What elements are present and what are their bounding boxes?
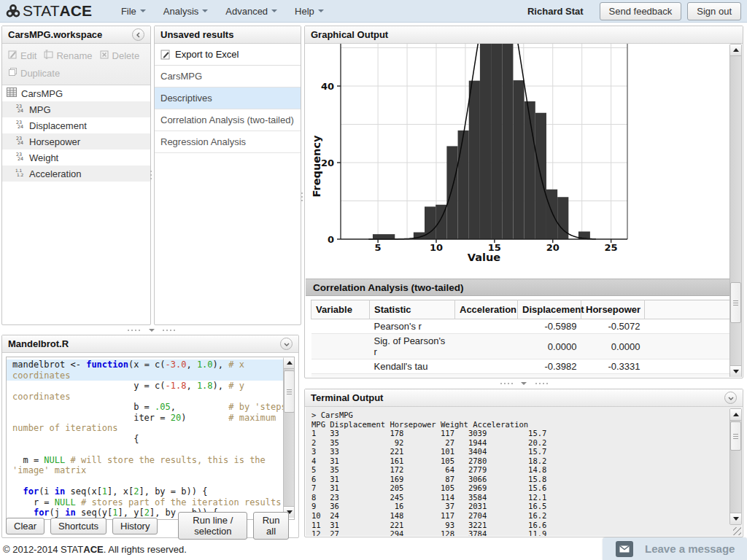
- tool-label: Edit: [20, 50, 36, 61]
- graphical-output-body: 51015202502040ValueFrequency Correlation…: [306, 44, 742, 377]
- correlation-section: Correlation Analysis (two-tailed) Variab…: [306, 279, 729, 377]
- tool-label: Duplicate: [20, 68, 60, 79]
- rename-icon: [44, 50, 56, 61]
- topbar: STATACE FileAnalysisAdvancedHelp Richard…: [0, 0, 747, 23]
- shortcuts-button[interactable]: Shortcuts: [50, 518, 107, 534]
- left-vertical-splitter[interactable]: [149, 164, 153, 186]
- chat-widget[interactable]: Leave a message: [603, 537, 747, 560]
- variable-icon: 2324: [15, 120, 29, 131]
- editor-scrollbar-thumb[interactable]: [284, 370, 295, 413]
- rename-button[interactable]: Rename: [42, 47, 98, 64]
- editor-scrollbar[interactable]: [283, 357, 294, 518]
- variable-icon: 2324: [15, 152, 29, 163]
- collapse-terminal-button[interactable]: [724, 392, 737, 404]
- code-line: [12, 476, 290, 487]
- svg-text:5: 5: [375, 242, 382, 253]
- menu-label: Analysis: [163, 6, 198, 17]
- left-horizontal-splitter[interactable]: [1, 327, 301, 334]
- svg-text:20: 20: [546, 242, 560, 253]
- logo-text-stat: STAT: [23, 2, 60, 20]
- scroll-up-button[interactable]: [730, 44, 741, 56]
- tool-label: Rename: [56, 50, 92, 61]
- scroll-down-button[interactable]: [730, 513, 741, 524]
- svg-text:24: 24: [18, 156, 23, 161]
- svg-text:24: 24: [18, 140, 23, 145]
- tree-item-label: Horsepower: [29, 136, 80, 147]
- send-feedback-button[interactable]: Send feedback: [600, 2, 682, 20]
- app-logo[interactable]: STATACE: [6, 2, 92, 20]
- chevron-down-icon: [318, 9, 324, 12]
- graphical-output-panel: Graphical Output 51015202502040ValueFreq…: [304, 26, 743, 378]
- run-all-button[interactable]: Run all: [253, 512, 289, 540]
- code-line: [12, 444, 290, 455]
- terminal-scrollbar-thumb[interactable]: [730, 421, 741, 451]
- editor-title: Mandelbrot.R: [8, 338, 69, 349]
- menu-file[interactable]: File: [112, 2, 155, 20]
- terminal-body[interactable]: > CarsMPG MPG Displacement Horsepower We…: [306, 407, 742, 536]
- delete-icon: [100, 50, 112, 61]
- menu-analysis[interactable]: Analysis: [155, 2, 217, 20]
- terminal-scrollbar[interactable]: [729, 408, 742, 525]
- corr-row: AccelerationSig. of Kendall's tau0.00000…: [311, 374, 732, 378]
- collapse-left-button[interactable]: [132, 28, 144, 41]
- code-line: m = NULL # will store the results, this …: [12, 455, 290, 466]
- code-line: b = .05, # by 'steps': [12, 402, 290, 413]
- result-item-regression-analysis[interactable]: Regression Analysis: [155, 131, 301, 153]
- code-line: {: [12, 434, 290, 445]
- scroll-down-button[interactable]: [730, 365, 741, 377]
- edit-button[interactable]: Edit: [7, 47, 42, 64]
- menu-advanced[interactable]: Advanced: [217, 2, 286, 20]
- workspace-panel-header: CarsMPG.workspace: [2, 26, 150, 44]
- chevron-left-icon: [136, 32, 142, 38]
- results-list: CarsMPGDescriptivesCorrelation Analysis …: [155, 66, 301, 153]
- delete-button[interactable]: Delete: [98, 47, 146, 64]
- tool-label: Delete: [112, 50, 140, 61]
- variable-icon: 2324: [15, 104, 29, 115]
- correlation-section-header: Correlation Analysis (two-tailed): [306, 279, 729, 296]
- corr-col-header: Statistic: [370, 300, 455, 319]
- dataset-icon: [7, 88, 21, 99]
- run-line-button[interactable]: Run line / selection: [178, 512, 247, 540]
- workspace-toolbar: EditRenameDeleteDuplicate: [2, 44, 150, 85]
- variable-icon: 2324: [15, 136, 29, 147]
- histogram-chart: 51015202502040ValueFrequency: [306, 44, 727, 271]
- output-scrollbar-thumb[interactable]: [730, 282, 741, 323]
- right-horizontal-splitter[interactable]: [304, 380, 743, 387]
- tree-item-weight[interactable]: 2324Weight: [2, 149, 150, 166]
- export-to-excel-button[interactable]: Export to Excel: [155, 44, 301, 66]
- sign-out-button[interactable]: Sign out: [687, 2, 741, 20]
- svg-text:1.2: 1.2: [17, 173, 24, 177]
- result-item-carsmpg[interactable]: CarsMPG: [155, 66, 301, 88]
- tree-item-carsmpg[interactable]: CarsMPG: [2, 85, 150, 101]
- editor-panel-header: Mandelbrot.R: [2, 335, 298, 353]
- tree-item-displacement[interactable]: 2324Displacement: [2, 117, 150, 133]
- scroll-up-button[interactable]: [284, 357, 295, 369]
- tree-item-mpg[interactable]: 2324MPG: [2, 101, 150, 117]
- duplicate-button[interactable]: Duplicate: [7, 64, 66, 82]
- menu-help[interactable]: Help: [286, 2, 333, 20]
- chevron-down-icon: [284, 341, 290, 347]
- code-editor[interactable]: mandelbrot <- function(x = c(-3.0, 1.0),…: [6, 357, 295, 520]
- tree-item-acceleration[interactable]: 1.11.2Acceleration: [2, 166, 150, 182]
- code-line: coordinates: [7, 370, 294, 381]
- code-line: number of iterations: [12, 423, 290, 434]
- result-item-descriptives[interactable]: Descriptives: [155, 88, 301, 109]
- splitter-collapse-icon: [149, 329, 155, 332]
- collapse-editor-button[interactable]: [280, 338, 293, 350]
- export-icon: [160, 50, 171, 60]
- clear-button[interactable]: Clear: [6, 518, 44, 534]
- scroll-up-button[interactable]: [730, 409, 741, 421]
- chat-label: Leave a message: [645, 542, 735, 555]
- output-scrollbar[interactable]: [729, 44, 742, 377]
- code-line: iter = 20) # maximum: [12, 413, 290, 424]
- resize-grip[interactable]: [733, 527, 741, 535]
- correlation-table: VariableStatisticAccelerationDisplacemen…: [311, 300, 732, 377]
- history-button[interactable]: History: [112, 518, 158, 534]
- triangle-down-icon: [733, 517, 739, 521]
- tree-item-horsepower[interactable]: 2324Horsepower: [2, 133, 150, 149]
- logo-clover-icon: [6, 4, 20, 18]
- result-item-correlation-analysis-two-tailed-[interactable]: Correlation Analysis (two-tailed): [155, 109, 301, 131]
- corr-row: Kendall's tau-0.3982-0.3331: [311, 359, 732, 374]
- svg-text:Frequency: Frequency: [311, 135, 322, 197]
- chevron-down-icon: [271, 9, 277, 12]
